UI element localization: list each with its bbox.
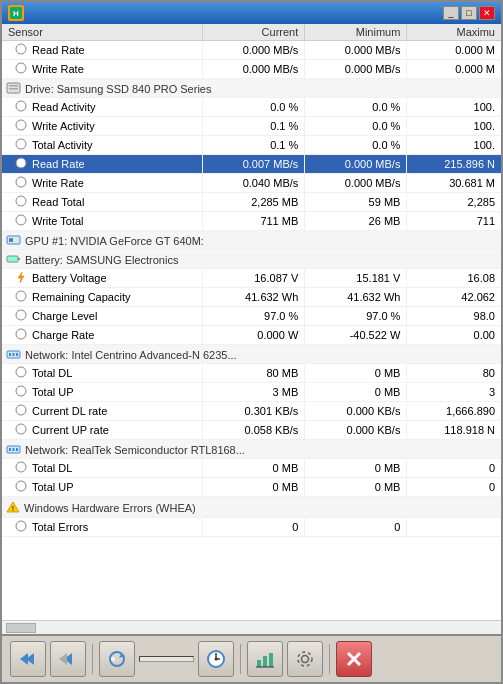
scrollbar-thumb[interactable]	[6, 623, 36, 633]
sensor-name-text: Write Activity	[32, 120, 95, 132]
refresh-icon	[106, 648, 128, 670]
horizontal-scrollbar[interactable]	[2, 620, 501, 634]
title-bar-buttons: _ □ ✕	[443, 6, 495, 20]
sensor-icon	[14, 289, 28, 305]
sensor-current: 3 MB	[203, 383, 305, 402]
table-row[interactable]: Read Rate0.007 MB/s0.000 MB/s215.896 N	[2, 155, 501, 174]
settings-button[interactable]	[287, 641, 323, 677]
table-row[interactable]: Remaining Capacity41.632 Wh41.632 Wh42.0…	[2, 288, 501, 307]
maximize-button[interactable]: □	[461, 6, 477, 20]
sensor-minimum: 26 MB	[305, 212, 407, 231]
sensor-name-text: Total DL	[32, 367, 72, 379]
sensor-current: 0.301 KB/s	[203, 402, 305, 421]
table-row[interactable]: Network: Intel Centrino Advanced-N 6235.…	[2, 345, 501, 364]
sensor-name-text: Total UP	[32, 481, 74, 493]
sensor-name-text: Battery Voltage	[32, 272, 107, 284]
sensor-name-cell: Current DL rate	[2, 402, 203, 421]
exit-icon	[343, 648, 365, 670]
table-row[interactable]: Write Total711 MB26 MB711	[2, 212, 501, 231]
section-header-cell: Battery: SAMSUNG Electronics	[2, 250, 501, 269]
sensor-icon	[14, 403, 28, 419]
minimize-button[interactable]: _	[443, 6, 459, 20]
refresh-button[interactable]	[99, 641, 135, 677]
table-row[interactable]: Current DL rate0.301 KB/s0.000 KB/s1,666…	[2, 402, 501, 421]
sensor-maximum: 0.000 M	[407, 60, 501, 79]
toolbar-separator-2	[240, 644, 241, 674]
table-row[interactable]: Battery: SAMSUNG Electronics	[2, 250, 501, 269]
table-row[interactable]: Current UP rate0.058 KB/s0.000 KB/s118.9…	[2, 421, 501, 440]
sensor-maximum: 0	[407, 459, 501, 478]
sensor-maximum: 30.681 M	[407, 174, 501, 193]
sensor-minimum: 0 MB	[305, 478, 407, 497]
table-row[interactable]: Charge Rate0.000 W-40.522 W0.00	[2, 326, 501, 345]
table-row[interactable]: Charge Level97.0 %97.0 %98.0	[2, 307, 501, 326]
svg-point-35	[16, 481, 26, 491]
svg-point-9	[16, 139, 26, 149]
svg-point-34	[16, 462, 26, 472]
table-row[interactable]: Read Total2,285 MB59 MB2,285	[2, 193, 501, 212]
sensor-icon	[14, 156, 28, 172]
sensor-name-cell: Total UP	[2, 383, 203, 402]
col-current: Current	[203, 24, 305, 41]
table-row[interactable]: Total Errors00	[2, 518, 501, 537]
sensor-name-text: Total DL	[32, 462, 72, 474]
section-icon: !	[6, 500, 20, 516]
table-row[interactable]: !Windows Hardware Errors (WHEA)	[2, 497, 501, 518]
sensor-current: 2,285 MB	[203, 193, 305, 212]
table-row[interactable]: Drive: Samsung SSD 840 PRO Series	[2, 79, 501, 98]
sensor-icon	[14, 365, 28, 381]
table-row[interactable]: Network: RealTek Semiconductor RTL8168..…	[2, 440, 501, 459]
sensor-icon	[14, 137, 28, 153]
table-row[interactable]: Total DL0 MB0 MB0	[2, 459, 501, 478]
sensor-name-cell: Charge Rate	[2, 326, 203, 345]
table-row[interactable]: Total UP0 MB0 MB0	[2, 478, 501, 497]
section-icon	[6, 443, 21, 457]
sensor-maximum: 3	[407, 383, 501, 402]
sensor-name-text: Charge Level	[32, 310, 97, 322]
table-row[interactable]: Total DL80 MB0 MB80	[2, 364, 501, 383]
table-row[interactable]: Write Rate0.000 MB/s0.000 MB/s0.000 M	[2, 60, 501, 79]
sensor-maximum: 100.	[407, 117, 501, 136]
sensor-icon	[14, 308, 28, 324]
table-row[interactable]: Total Activity0.1 %0.0 %100.	[2, 136, 501, 155]
table-row[interactable]: Total UP3 MB0 MB3	[2, 383, 501, 402]
nav-prev-button[interactable]	[10, 641, 46, 677]
table-row[interactable]: GPU #1: NVIDIA GeForce GT 640M:	[2, 231, 501, 250]
svg-point-11	[16, 177, 26, 187]
svg-point-13	[16, 215, 26, 225]
sensor-icon	[14, 327, 28, 343]
sensor-minimum: 0.000 MB/s	[305, 174, 407, 193]
sensor-maximum	[407, 518, 501, 537]
sensor-name-cell: Read Rate	[2, 41, 203, 60]
svg-point-55	[298, 652, 312, 666]
sensor-name-cell: Total DL	[2, 364, 203, 383]
clock-button[interactable]	[198, 641, 234, 677]
table-row[interactable]: Write Activity0.1 %0.0 %100.	[2, 117, 501, 136]
section-name: Windows Hardware Errors (WHEA)	[24, 502, 196, 514]
toolbar	[2, 634, 501, 682]
chart-button[interactable]	[247, 641, 283, 677]
col-maximum: Maximu	[407, 24, 501, 41]
table-row[interactable]: Battery Voltage16.087 V15.181 V16.08	[2, 269, 501, 288]
section-header-cell: Network: Intel Centrino Advanced-N 6235.…	[2, 345, 501, 364]
sensor-table: Sensor Current Minimum Maximu Read Rate0…	[2, 24, 501, 537]
exit-button[interactable]	[336, 641, 372, 677]
sensor-current: 0.000 MB/s	[203, 41, 305, 60]
section-name: Network: RealTek Semiconductor RTL8168..…	[25, 444, 245, 456]
sensor-table-container[interactable]: Sensor Current Minimum Maximu Read Rate0…	[2, 24, 501, 620]
svg-rect-17	[18, 258, 20, 260]
sensor-minimum: 0	[305, 518, 407, 537]
close-button[interactable]: ✕	[479, 6, 495, 20]
svg-rect-50	[257, 660, 261, 667]
nav-back-button[interactable]	[50, 641, 86, 677]
sensor-current: 41.632 Wh	[203, 288, 305, 307]
sensor-name-cell: Write Rate	[2, 60, 203, 79]
svg-marker-18	[18, 272, 24, 283]
title-bar-left: H	[8, 5, 28, 21]
sensor-maximum: 215.896 N	[407, 155, 501, 174]
table-row[interactable]: Write Rate0.040 MB/s0.000 MB/s30.681 M	[2, 174, 501, 193]
sensor-name-cell: Remaining Capacity	[2, 288, 203, 307]
sensor-icon	[14, 61, 28, 77]
table-row[interactable]: Read Rate0.000 MB/s0.000 MB/s0.000 M	[2, 41, 501, 60]
table-row[interactable]: Read Activity0.0 %0.0 %100.	[2, 98, 501, 117]
